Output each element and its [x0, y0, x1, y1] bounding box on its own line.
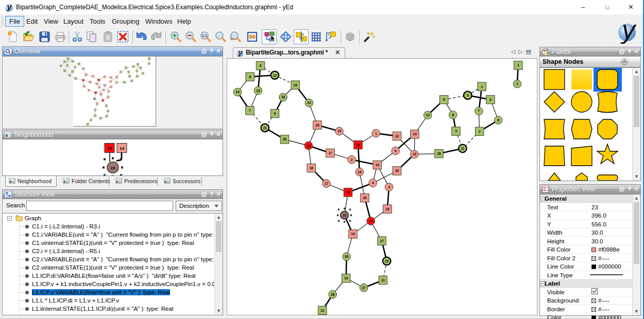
- svg-text:21: 21: [263, 126, 267, 130]
- svg-text:4: 4: [455, 129, 457, 133]
- svg-text:9: 9: [395, 149, 397, 153]
- svg-text:11: 11: [381, 278, 385, 282]
- svg-text:26: 26: [283, 137, 287, 141]
- svg-text:16: 16: [310, 166, 314, 170]
- svg-text:7: 7: [249, 109, 251, 112]
- svg-text:27: 27: [380, 239, 384, 243]
- svg-text:14: 14: [351, 232, 355, 236]
- svg-text:20: 20: [307, 144, 311, 148]
- svg-text:8: 8: [452, 113, 454, 117]
- svg-text:15: 15: [346, 190, 350, 194]
- svg-text:8: 8: [249, 75, 251, 79]
- svg-text:1: 1: [517, 63, 519, 67]
- svg-text:15: 15: [256, 89, 260, 93]
- svg-text:24: 24: [369, 219, 373, 223]
- svg-text:13: 13: [273, 74, 277, 77]
- svg-text:24: 24: [413, 132, 417, 136]
- svg-text:3: 3: [388, 185, 390, 189]
- svg-text:18: 18: [281, 95, 285, 99]
- svg-text:5: 5: [443, 98, 445, 101]
- svg-text:28: 28: [331, 293, 335, 296]
- svg-text:1: 1: [481, 85, 483, 88]
- svg-text:26: 26: [345, 255, 349, 258]
- svg-text:7: 7: [478, 109, 480, 113]
- svg-text:6: 6: [497, 118, 499, 122]
- svg-text:4: 4: [372, 181, 374, 185]
- svg-text:28: 28: [437, 152, 441, 155]
- svg-text:2: 2: [479, 130, 481, 133]
- svg-text:17: 17: [328, 151, 332, 155]
- svg-text:1:1: 1:1: [202, 34, 207, 38]
- svg-text:10: 10: [413, 152, 417, 156]
- svg-text:25: 25: [385, 259, 389, 263]
- svg-text:27: 27: [362, 286, 366, 290]
- svg-text:23: 23: [395, 169, 399, 172]
- svg-text:13: 13: [344, 276, 348, 280]
- svg-text:5: 5: [467, 94, 469, 97]
- svg-text:1: 1: [375, 132, 377, 135]
- svg-text:14: 14: [235, 90, 240, 94]
- svg-text:22: 22: [395, 134, 399, 138]
- svg-text:16: 16: [358, 170, 362, 174]
- svg-text:6: 6: [260, 64, 262, 67]
- svg-text:18: 18: [376, 163, 380, 167]
- svg-text:12: 12: [426, 113, 430, 117]
- svg-text:11: 11: [461, 147, 464, 150]
- svg-text:12: 12: [320, 309, 325, 312]
- svg-text:3: 3: [489, 98, 492, 101]
- svg-text:14: 14: [120, 146, 124, 151]
- svg-text:25: 25: [315, 123, 319, 127]
- svg-text:19: 19: [337, 129, 342, 133]
- svg-text:15: 15: [107, 146, 112, 151]
- svg-text:9: 9: [274, 112, 276, 115]
- svg-text:23: 23: [343, 214, 347, 217]
- svg-text:23: 23: [111, 166, 115, 170]
- svg-text:22: 22: [307, 101, 311, 104]
- svg-text:10: 10: [294, 83, 298, 87]
- svg-text:y: y: [6, 3, 12, 12]
- svg-text:17: 17: [325, 182, 329, 185]
- svg-text:2: 2: [351, 158, 353, 162]
- svg-text:19: 19: [385, 207, 389, 211]
- svg-text:20: 20: [363, 196, 367, 200]
- svg-text:21: 21: [356, 143, 360, 147]
- svg-text:1: 1: [516, 82, 518, 85]
- svg-text:y: y: [620, 16, 637, 44]
